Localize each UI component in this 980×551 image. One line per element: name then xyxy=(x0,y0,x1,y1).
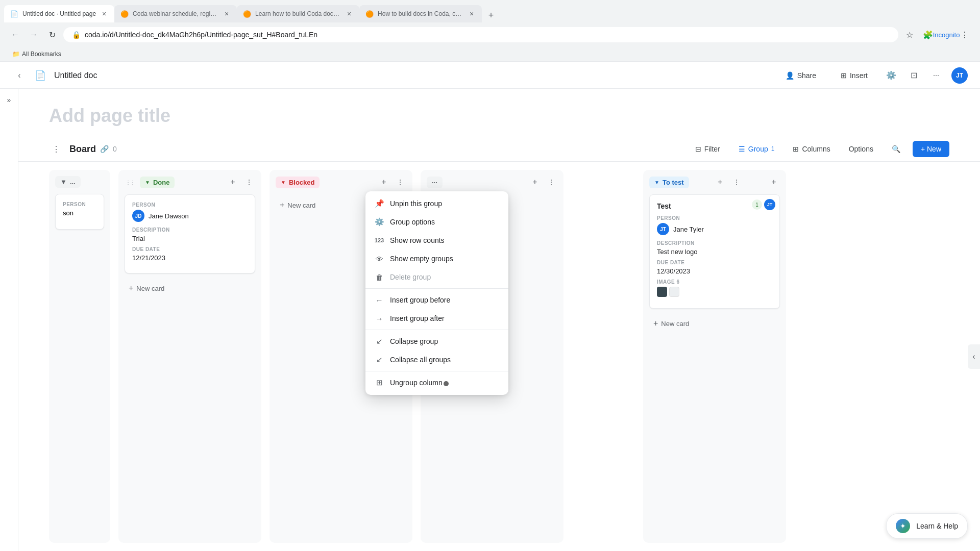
group-button[interactable]: ☰ Group 1 xyxy=(732,142,781,156)
bookmark-button[interactable]: ☆ xyxy=(902,28,917,42)
done-card-date: 12/21/2023 xyxy=(132,254,248,262)
totest-new-card-button[interactable]: + New card xyxy=(649,315,780,332)
sidebar-toggle[interactable]: » xyxy=(2,93,16,107)
forward-button[interactable]: → xyxy=(27,28,41,42)
columns-label: Columns xyxy=(802,145,830,153)
done-more-button[interactable]: ⋮ xyxy=(243,176,255,188)
column-totest: ▼ To test + ⋮ + 1 JT xyxy=(643,170,786,543)
col-partial-title: ... xyxy=(70,178,76,186)
profile-button[interactable]: Incognito xyxy=(939,28,953,42)
totest-card-1: 1 JT Test PERSON JT Jane Tyler xyxy=(649,194,780,309)
back-button[interactable]: ← xyxy=(8,28,22,42)
tab-3[interactable]: 🟠 Learn how to build Coda docs... × xyxy=(237,5,359,22)
blocked-more-button[interactable]: ⋮ xyxy=(394,176,406,188)
mystery-add-button[interactable]: + xyxy=(529,176,541,188)
tab-4-title: How to build docs in Coda, cre... xyxy=(378,10,463,17)
grid-icon: ⊞ xyxy=(841,71,847,80)
column-totest-title-btn[interactable]: ▼ To test xyxy=(649,177,689,188)
totest-card-date: 12/30/2023 xyxy=(657,267,772,275)
column-blocked-title-btn[interactable]: ▼ Blocked xyxy=(276,177,320,188)
tab-1-close[interactable]: × xyxy=(100,10,108,18)
all-bookmarks[interactable]: 📁 All Bookmarks xyxy=(8,49,65,59)
tab-1[interactable]: 📄 Untitled doc · Untitled page × xyxy=(4,5,114,22)
lock-icon: 🔒 xyxy=(72,31,81,39)
settings-button[interactable]: ⚙️ xyxy=(884,68,898,83)
menu-item-insert-after[interactable]: → Insert group after xyxy=(365,309,508,328)
user-avatar[interactable]: JT xyxy=(951,67,968,84)
learn-help-button[interactable]: ✦ Learn & Help xyxy=(886,513,968,539)
blocked-add-button[interactable]: + xyxy=(378,176,390,188)
search-icon: 🔍 xyxy=(892,145,900,153)
address-bar[interactable]: 🔒 coda.io/d/Untitled-doc_dk4MaGh2h6p/Unt… xyxy=(63,27,898,42)
insert-button[interactable]: ⊞ Insert xyxy=(832,68,876,83)
board-toolbar: ⋮ Board 🔗 0 ⊟ Filter ☰ Group 1 xyxy=(18,137,980,162)
search-button[interactable]: 🔍 xyxy=(886,142,906,156)
main-content: Add page title ⋮ Board 🔗 0 ⊟ Filter xyxy=(18,89,980,551)
app-back-button[interactable]: ‹ xyxy=(12,68,27,83)
board-title: Board xyxy=(69,144,96,155)
done-card-person-group: PERSON JD Jane Dawson xyxy=(132,202,248,222)
right-panel-toggle[interactable]: ‹ xyxy=(968,344,980,369)
menu-item-collapse-all-label: Collapse all groups xyxy=(390,356,451,364)
collapse-group-icon: ↙ xyxy=(375,337,384,346)
totest-card-swatches xyxy=(657,287,772,297)
totest-card-avatar: JT xyxy=(657,223,669,235)
done-card-date-group: DUE DATE 12/21/2023 xyxy=(132,246,248,262)
totest-more-button[interactable]: ⋮ xyxy=(730,176,743,188)
partial-person-group: PERSON son xyxy=(63,202,96,217)
tab-2-close[interactable]: × xyxy=(223,10,231,18)
done-card-person: JD Jane Dawson xyxy=(132,210,248,222)
column-mystery-title-btn[interactable]: ··· xyxy=(427,177,443,188)
menu-item-unpin[interactable]: 📌 Unpin this group xyxy=(365,194,508,213)
tab-2-title: Coda webinar schedule, registi... xyxy=(133,10,218,17)
menu-item-show-empty[interactable]: 👁 Show empty groups xyxy=(365,249,508,268)
new-button[interactable]: + New xyxy=(913,141,949,157)
menu-item-insert-before[interactable]: ← Insert group before xyxy=(365,291,508,309)
partial-person: son xyxy=(63,209,96,217)
totest-card-date-label: DUE DATE xyxy=(657,260,772,265)
blocked-new-card-label: New card xyxy=(287,202,315,209)
totest-add-button[interactable]: + xyxy=(714,176,726,188)
menu-item-show-row-counts[interactable]: 123 Show row counts xyxy=(365,231,508,249)
partial-person-label: PERSON xyxy=(63,202,96,207)
group-count: 1 xyxy=(771,145,775,153)
done-add-button[interactable]: + xyxy=(227,176,239,188)
tab-4[interactable]: 🟠 How to build docs in Coda, cre... × xyxy=(359,5,482,22)
column-done-title-btn[interactable]: ▼ Done xyxy=(140,177,175,188)
done-card-person-name: Jane Dawson xyxy=(149,212,189,220)
totest-card-count: 1 xyxy=(752,199,762,210)
options-button[interactable]: Options xyxy=(843,142,879,156)
filter-button[interactable]: ⊟ Filter xyxy=(689,142,726,156)
menu-item-collapse-group-label: Collapse group xyxy=(390,337,438,345)
totest-add-button-2[interactable]: + xyxy=(768,176,780,188)
columns-button[interactable]: ⊞ Columns xyxy=(787,142,836,156)
menu-item-ungroup[interactable]: ⊞ Ungroup column xyxy=(365,373,508,392)
view-toggle[interactable]: ⊡ xyxy=(906,68,921,83)
column-partial-title-btn[interactable]: ▼ ... xyxy=(55,176,81,188)
context-menu: 📌 Unpin this group ⚙️ Group options 123 … xyxy=(365,191,508,395)
totest-arrow: ▼ xyxy=(654,180,659,185)
tab-3-close[interactable]: × xyxy=(345,10,353,18)
share-button[interactable]: 👤 Share xyxy=(777,68,824,83)
menu-item-insert-before-label: Insert group before xyxy=(390,296,450,304)
reload-button[interactable]: ↻ xyxy=(45,28,59,42)
expand-icon[interactable]: ⋯ xyxy=(929,68,943,83)
more-button[interactable]: ⋮ xyxy=(958,28,972,42)
browser-frame: 📄 Untitled doc · Untitled page × 🟠 Coda … xyxy=(0,0,980,551)
menu-item-group-options[interactable]: ⚙️ Group options xyxy=(365,213,508,231)
board-area: ▼ ... PERSON son xyxy=(18,162,980,551)
new-tab-button[interactable]: + xyxy=(484,8,498,22)
done-new-card-plus: + xyxy=(129,284,133,293)
menu-item-collapse-group[interactable]: ↙ Collapse group xyxy=(365,332,508,350)
board-menu-button[interactable]: ⋮ xyxy=(49,142,63,156)
tab-4-close[interactable]: × xyxy=(468,10,476,18)
done-new-card-button[interactable]: + New card xyxy=(125,280,255,297)
insert-label: Insert xyxy=(850,71,868,80)
mystery-more-button[interactable]: ⋮ xyxy=(545,176,557,188)
partial-card: PERSON son xyxy=(55,194,104,230)
menu-item-collapse-all[interactable]: ↙ Collapse all groups xyxy=(365,350,508,369)
tab-2[interactable]: 🟠 Coda webinar schedule, registi... × xyxy=(114,5,237,22)
page-title[interactable]: Add page title xyxy=(49,105,949,127)
menu-item-delete-group-label: Delete group xyxy=(390,273,431,281)
totest-card-person-name: Jane Tyler xyxy=(673,226,704,233)
